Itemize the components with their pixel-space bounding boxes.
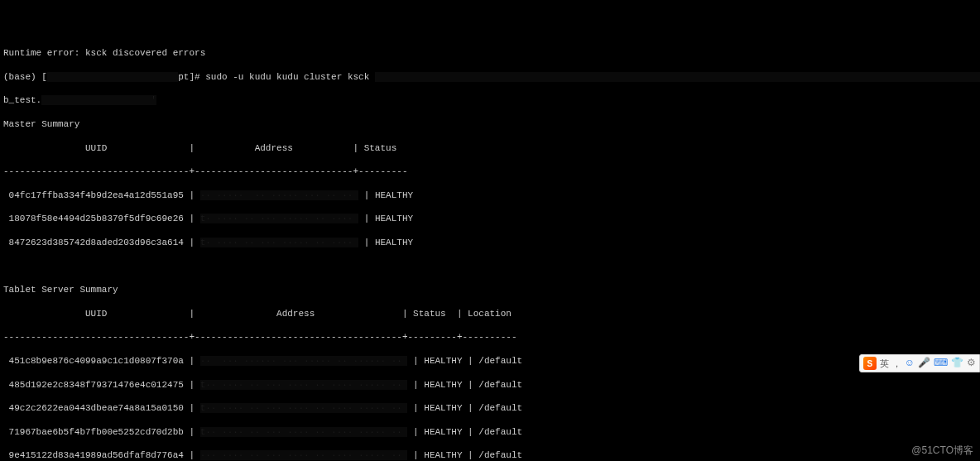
uuid-cell: 71967bae6b5f4b7fb00e5252cd70d2bb | [3, 427, 200, 437]
table-row: 18078f58e4494d25b8379f5df9c69e26 | t· ··… [3, 213, 977, 224]
redacted-text: t· ···· ·· ··· ····· ·· ···· [200, 238, 358, 247]
command-text[interactable]: b_test. [3, 95, 41, 105]
redacted-text: ··· ···· ·· ··· ···· ·· ···· ····· ·· [200, 450, 408, 460]
status-cell: | HEALTHY | /default [407, 356, 522, 366]
uuid-cell: 18078f58e4494d25b8379f5df9c69e26 | [3, 214, 200, 223]
table-row: 04fc17ffba334f4b9d2ea4a12d551a95 | ·· ··… [3, 190, 977, 201]
watermark-text: @51CTO博客 [911, 444, 973, 458]
redacted-text: ' [41, 95, 156, 105]
command-text[interactable]: sudo -u kudu kudu cluster ksck [205, 72, 375, 82]
uuid-cell: 8472623d385742d8aded203d96c3a614 | [3, 238, 200, 247]
master-header: UUID | Address | Status [3, 142, 977, 154]
prompt-suffix: pt]# [178, 72, 205, 82]
keyboard-icon[interactable]: ⌨ [934, 357, 948, 370]
status-cell: | HEALTHY | /default [407, 427, 522, 437]
redacted-text: ·· ····· ·· ····· ··· ·· ·· [200, 190, 358, 200]
ime-punct-button[interactable]: ， [892, 358, 901, 369]
table-row: 8472623d385742d8aded203d96c3a614 | t· ··… [3, 237, 977, 248]
status-cell: | HEALTHY | /default [407, 380, 522, 390]
table-row: 9e415122d83a41989ad56dfaf8d776a4 | ··· ·… [3, 449, 977, 461]
prompt-line-2: b_test. ' [3, 94, 977, 106]
status-cell: | HEALTHY | /default [407, 403, 522, 413]
ime-logo-icon[interactable]: S [863, 357, 877, 370]
redacted-text [375, 72, 980, 82]
ime-lang-button[interactable]: 英 [880, 358, 889, 369]
divider: ----------------------------------+-----… [3, 331, 977, 343]
prompt-line-1: (base) [ pt]# sudo -u kudu kudu cluster … [3, 71, 977, 83]
prompt-prefix: (base) [ [3, 72, 47, 82]
smile-icon[interactable]: ☺ [905, 357, 915, 370]
status-cell: | HEALTHY [358, 214, 413, 223]
uuid-cell: 9e415122d83a41989ad56dfaf8d776a4 | [3, 450, 200, 460]
gear-icon[interactable]: ⚙ [967, 357, 976, 370]
master-summary-title: Master Summary [3, 118, 977, 130]
uuid-cell: 49c2c2622ea0443dbeae74a8a15a0150 | [3, 403, 200, 413]
mic-icon[interactable]: 🎤 [918, 357, 930, 370]
status-cell: | HEALTHY [358, 238, 413, 247]
redacted-text: t· ···· ·· ··· ····· ·· ···· [200, 214, 358, 223]
redacted-text: t·· ···· ·· ··· ···· ·· ···· ····· ·· [200, 380, 408, 390]
skin-icon[interactable]: 👕 [951, 357, 963, 370]
blank-line [3, 261, 977, 272]
status-cell: | HEALTHY | /default [407, 450, 522, 460]
divider: ----------------------------------+-----… [3, 166, 977, 177]
tserver-header: UUID | Address | Status | Location [3, 308, 977, 319]
redacted-text: t·· ···· ·· ··· ···· ·· ···· ····· ·· [200, 427, 408, 437]
uuid-cell: 04fc17ffba334f4b9d2ea4a12d551a95 | [3, 190, 200, 200]
redacted-text: ·· ··· ······ ··· ····· ·· ······ ·· [200, 356, 408, 366]
uuid-cell: 485d192e2c8348f79371476e4c012475 | [3, 380, 200, 390]
status-cell: | HEALTHY [358, 190, 413, 200]
table-row: 485d192e2c8348f79371476e4c012475 | t·· ·… [3, 379, 977, 391]
tserver-summary-title: Tablet Server Summary [3, 284, 977, 295]
ime-toolbar[interactable]: S 英 ， ☺ 🎤 ⌨ 👕 ⚙ [859, 354, 980, 372]
runtime-error-line: Runtime error: ksck discovered errors [3, 47, 977, 59]
table-row: 451c8b9e876c4099a9c1c1d0807f370a | ·· ··… [3, 355, 977, 367]
table-row: 71967bae6b5f4b7fb00e5252cd70d2bb | t·· ·… [3, 426, 977, 438]
table-row: 49c2c2622ea0443dbeae74a8a15a0150 | t·· ·… [3, 402, 977, 414]
redacted-text [47, 72, 178, 82]
uuid-cell: 451c8b9e876c4099a9c1c1d0807f370a | [3, 356, 200, 366]
redacted-text: t·· ···· ·· ··· ···· ·· ···· ····· ·· [200, 403, 408, 413]
